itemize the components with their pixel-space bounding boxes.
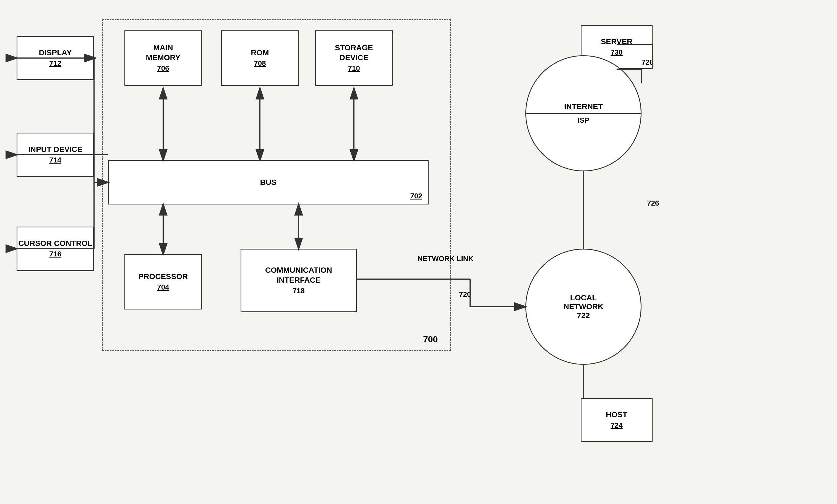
- ref-720-label: 720: [459, 290, 471, 299]
- input-device-label: INPUT DEVICE: [28, 145, 83, 154]
- storage-device-label: STORAGEDEVICE: [335, 43, 373, 63]
- input-device-box: INPUT DEVICE 714: [17, 133, 94, 177]
- display-ref: 712: [49, 59, 61, 68]
- ref-728: 728: [641, 58, 653, 66]
- circle-divider: [526, 113, 641, 114]
- cursor-control-label: CURSOR CONTROL: [18, 239, 92, 248]
- ref-726: 726: [647, 199, 659, 207]
- diagram-container: DISPLAY 712 INPUT DEVICE 714 CURSOR CONT…: [0, 0, 837, 504]
- local-network-circle: LOCALNETWORK 722: [526, 249, 641, 365]
- isp-label: ISP: [577, 116, 589, 125]
- system-ref-label: 700: [423, 334, 438, 344]
- cursor-control-box: CURSOR CONTROL 716: [17, 227, 94, 271]
- local-network-ref: 722: [577, 311, 590, 320]
- comm-interface-ref: 718: [292, 286, 304, 296]
- server-label: SERVER: [601, 37, 633, 47]
- network-link-text: NETWORK LINK: [417, 255, 474, 263]
- input-device-ref: 714: [49, 155, 61, 165]
- internet-isp-circle: INTERNET ISP: [526, 55, 641, 171]
- server-ref: 730: [610, 48, 622, 57]
- rom-box: ROM 708: [221, 31, 299, 86]
- ref-720: 720: [459, 290, 471, 298]
- comm-interface-label: COMMUNICATIONINTERFACE: [265, 265, 332, 285]
- main-memory-box: MAINMEMORY 706: [124, 31, 202, 86]
- host-box: HOST 724: [581, 398, 653, 442]
- processor-label: PROCESSOR: [139, 272, 188, 282]
- system-ref: 700: [423, 334, 438, 344]
- main-memory-label: MAINMEMORY: [146, 43, 181, 63]
- host-label: HOST: [606, 410, 627, 420]
- comm-interface-box: COMMUNICATIONINTERFACE 718: [241, 249, 357, 312]
- storage-device-box: STORAGEDEVICE 710: [315, 31, 393, 86]
- cursor-control-ref: 716: [49, 249, 61, 259]
- network-link-label: NETWORK LINK: [417, 254, 474, 264]
- bus-label: BUS: [260, 178, 276, 187]
- display-label: DISPLAY: [39, 48, 72, 58]
- ref-728-label: 728: [641, 58, 653, 67]
- internet-label: INTERNET: [564, 102, 603, 111]
- host-ref: 724: [610, 421, 622, 430]
- bus-box: BUS 702: [108, 160, 429, 204]
- rom-ref: 708: [254, 59, 266, 68]
- storage-device-ref: 710: [348, 64, 360, 73]
- processor-box: PROCESSOR 704: [124, 254, 202, 310]
- local-network-label: LOCALNETWORK: [564, 294, 604, 311]
- ref-726-label: 726: [647, 199, 659, 207]
- main-memory-ref: 706: [157, 64, 169, 73]
- rom-label: ROM: [251, 48, 269, 58]
- display-box: DISPLAY 712: [17, 36, 94, 80]
- processor-ref: 704: [157, 283, 169, 292]
- bus-ref: 702: [410, 191, 422, 201]
